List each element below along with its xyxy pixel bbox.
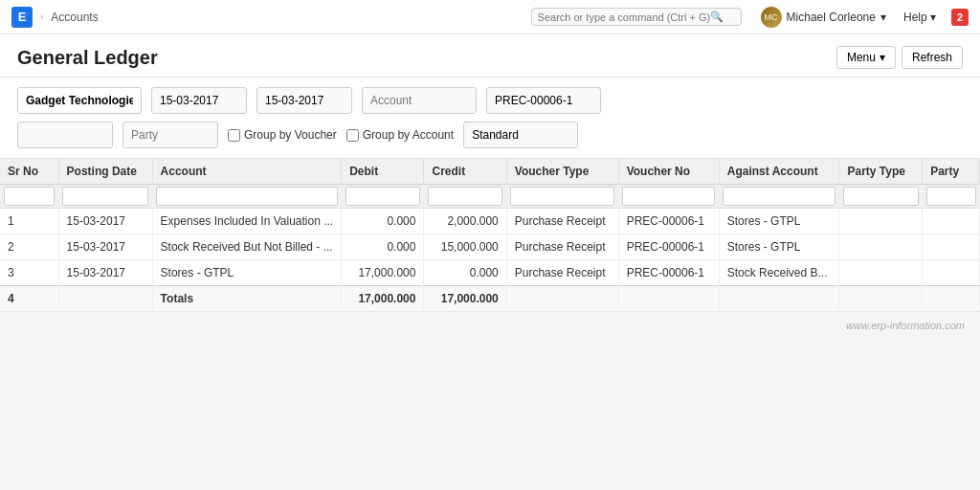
account-filter[interactable] bbox=[362, 87, 477, 114]
table-cell: Purchase Receipt bbox=[506, 260, 618, 286]
table-filter-inputs-row bbox=[0, 185, 980, 209]
search-input[interactable] bbox=[538, 11, 710, 23]
filter-account[interactable] bbox=[156, 187, 338, 206]
filter-row-2: Group by Voucher Group by Account bbox=[17, 122, 963, 148]
table-cell bbox=[719, 286, 839, 312]
filter-sr-no[interactable] bbox=[4, 187, 55, 206]
menu-button[interactable]: Menu ▾ bbox=[836, 46, 896, 69]
table-cell bbox=[839, 260, 923, 286]
group-by-account-checkbox[interactable] bbox=[346, 129, 359, 142]
table-cell: Totals bbox=[152, 286, 342, 312]
search-icon: 🔍 bbox=[710, 11, 724, 23]
table-cell: 15-03-2017 bbox=[58, 209, 152, 234]
table-cell: 2 bbox=[0, 234, 58, 260]
filter-party-type[interactable] bbox=[843, 187, 919, 206]
table-cell bbox=[923, 234, 980, 260]
table-cell bbox=[839, 234, 923, 260]
app-logo[interactable]: E bbox=[11, 7, 33, 28]
general-ledger-table: Sr No Posting Date Account Debit Credit … bbox=[0, 159, 980, 312]
page-header: General Ledger Menu ▾ Refresh bbox=[0, 34, 980, 78]
table-cell bbox=[839, 286, 923, 312]
col-credit: Credit bbox=[424, 159, 506, 185]
col-against-account: Against Account bbox=[719, 159, 839, 185]
filter-debit[interactable] bbox=[345, 187, 420, 206]
top-navigation: E › Accounts 🔍 MC Michael Corleone ▾ Hel… bbox=[0, 0, 980, 34]
table-cell bbox=[618, 286, 719, 312]
group-by-account-label[interactable]: Group by Account bbox=[346, 128, 454, 142]
table-cell: 2,000.000 bbox=[424, 209, 506, 234]
col-account: Account bbox=[152, 159, 342, 185]
table-cell: Purchase Receipt bbox=[506, 209, 618, 234]
filter-voucher-no[interactable] bbox=[622, 187, 715, 206]
menu-dropdown-icon: ▾ bbox=[880, 51, 885, 64]
table-cell: Stock Received But Not Billed - ... bbox=[152, 234, 342, 260]
global-search[interactable]: 🔍 bbox=[531, 8, 742, 26]
notification-badge[interactable]: 2 bbox=[951, 9, 969, 26]
col-party: Party bbox=[923, 159, 980, 185]
print-format-filter[interactable] bbox=[463, 122, 578, 148]
help-menu[interactable]: Help ▾ bbox=[903, 11, 936, 24]
company-filter[interactable] bbox=[17, 87, 142, 114]
table-cell bbox=[506, 286, 618, 312]
filter-area: Group by Voucher Group by Account bbox=[0, 78, 980, 159]
refresh-button[interactable]: Refresh bbox=[902, 46, 963, 69]
table-cell bbox=[58, 286, 152, 312]
from-date-filter[interactable] bbox=[151, 87, 247, 114]
table-cell: 0.000 bbox=[342, 234, 424, 260]
table-row: 4Totals17,000.00017,000.000 bbox=[0, 286, 980, 312]
table-cell: PREC-00006-1 bbox=[618, 260, 719, 286]
filter-row-1 bbox=[17, 87, 963, 114]
table-cell: PREC-00006-1 bbox=[618, 234, 719, 260]
party-filter[interactable] bbox=[122, 122, 218, 148]
table-cell: 17,000.000 bbox=[342, 286, 424, 312]
table-cell: Purchase Receipt bbox=[506, 234, 618, 260]
table-cell: Stores - GTPL bbox=[719, 209, 839, 234]
col-debit: Debit bbox=[342, 159, 424, 185]
table-header-row: Sr No Posting Date Account Debit Credit … bbox=[0, 159, 980, 185]
to-date-filter[interactable] bbox=[256, 87, 352, 114]
table-cell: Stores - GTPL bbox=[152, 260, 342, 286]
table-cell: 17,000.000 bbox=[342, 260, 424, 286]
table-cell bbox=[923, 260, 980, 286]
table-cell: Stores - GTPL bbox=[719, 234, 839, 260]
table-cell: 0.000 bbox=[424, 260, 506, 286]
filter-party[interactable] bbox=[926, 187, 976, 206]
col-voucher-no: Voucher No bbox=[618, 159, 719, 185]
col-party-type: Party Type bbox=[839, 159, 923, 185]
table-cell: Expenses Included In Valuation ... bbox=[152, 209, 342, 234]
group-by-voucher-label[interactable]: Group by Voucher bbox=[228, 128, 337, 142]
table-cell: Stock Received B... bbox=[719, 260, 839, 286]
group-by-voucher-checkbox[interactable] bbox=[228, 129, 240, 142]
page-title: General Ledger bbox=[17, 47, 158, 69]
filter-credit[interactable] bbox=[428, 187, 502, 206]
table-container: Sr No Posting Date Account Debit Credit … bbox=[0, 159, 980, 312]
filter-voucher-type[interactable] bbox=[510, 187, 614, 206]
table-row: 215-03-2017Stock Received But Not Billed… bbox=[0, 234, 980, 260]
filter-against-account[interactable] bbox=[723, 187, 835, 206]
breadcrumb: Accounts bbox=[51, 11, 98, 24]
table-cell: 15-03-2017 bbox=[58, 234, 152, 260]
table-cell bbox=[923, 209, 980, 234]
table-cell: PREC-00006-1 bbox=[618, 209, 719, 234]
extra-filter[interactable] bbox=[17, 122, 113, 148]
table-cell: 17,000.000 bbox=[424, 286, 506, 312]
table-cell: 15,000.000 bbox=[424, 234, 506, 260]
voucher-no-filter[interactable] bbox=[486, 87, 601, 114]
table-cell: 1 bbox=[0, 209, 58, 234]
breadcrumb-chevron: › bbox=[40, 11, 43, 22]
table-cell: 0.000 bbox=[342, 209, 424, 234]
table-cell: 15-03-2017 bbox=[58, 260, 152, 286]
col-voucher-type: Voucher Type bbox=[506, 159, 618, 185]
filter-posting-date[interactable] bbox=[62, 187, 148, 206]
avatar: MC bbox=[761, 7, 782, 28]
table-row: 315-03-2017Stores - GTPL17,000.0000.000P… bbox=[0, 260, 980, 286]
user-dropdown-icon: ▾ bbox=[880, 11, 886, 24]
user-menu[interactable]: MC Michael Corleone ▾ bbox=[761, 7, 886, 28]
watermark: www.erp-information.com bbox=[0, 312, 980, 339]
table-row: 115-03-2017Expenses Included In Valuatio… bbox=[0, 209, 980, 234]
user-name: Michael Corleone bbox=[787, 11, 876, 24]
table-cell: 3 bbox=[0, 260, 58, 286]
col-sr-no: Sr No bbox=[0, 159, 58, 185]
col-posting-date: Posting Date bbox=[58, 159, 152, 185]
help-dropdown-icon: ▾ bbox=[930, 11, 936, 24]
